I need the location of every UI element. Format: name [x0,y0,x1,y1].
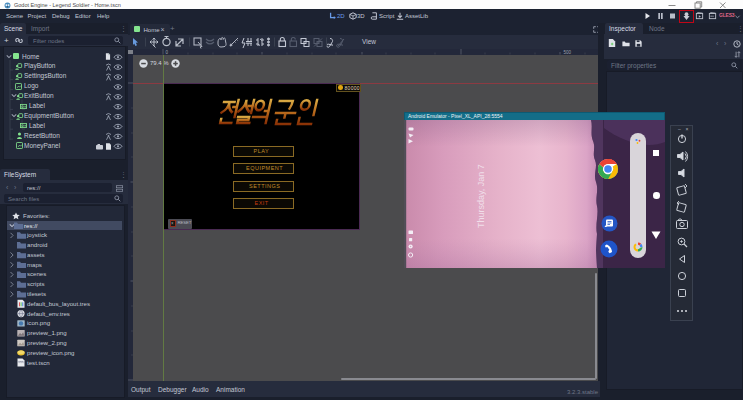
svg-text:500: 500 [564,50,572,55]
svg-text:Thursday, Jan 7: Thursday, Jan 7 [476,164,486,228]
svg-text:0: 0 [166,50,169,55]
